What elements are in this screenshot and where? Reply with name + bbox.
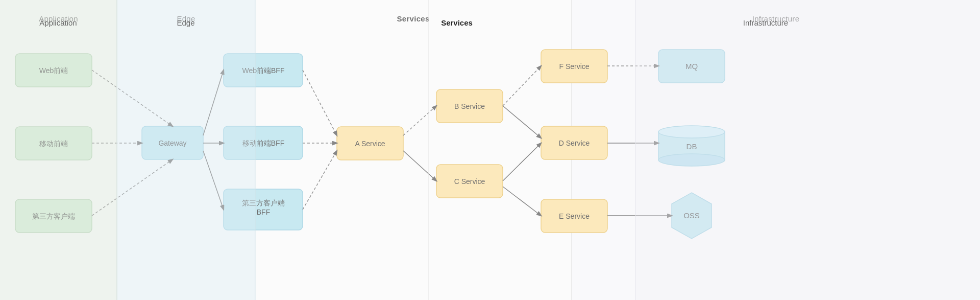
zone-edge: Edge <box>117 0 255 300</box>
zone-edge-label: Edge <box>177 14 195 23</box>
zone-infrastructure: Infrastructure <box>572 0 980 300</box>
zone-application: Application <box>0 0 117 300</box>
zone-infrastructure-label: Infrastructure <box>752 14 800 23</box>
zone-application-label: Application <box>39 14 78 23</box>
zone-services-label: Services <box>397 14 429 23</box>
zone-services: Services <box>255 0 572 300</box>
diagram-container: Application Edge Services Infrastructure… <box>0 0 980 300</box>
